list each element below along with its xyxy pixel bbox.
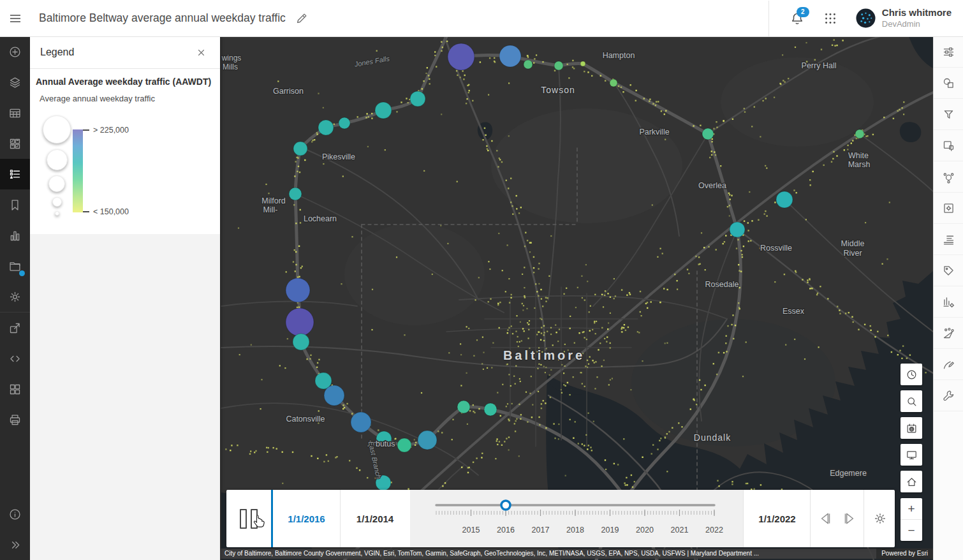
map-label: Lochearn bbox=[304, 214, 337, 223]
zoom-in-button[interactable]: + bbox=[901, 498, 922, 520]
panel-item-effects[interactable] bbox=[934, 130, 963, 161]
year-tick-label: 2020 bbox=[636, 526, 654, 534]
map-tool-home-button[interactable] bbox=[901, 471, 922, 492]
traffic-bubble[interactable] bbox=[484, 403, 497, 416]
sidebar-item-bookmark[interactable] bbox=[0, 189, 30, 220]
close-legend-button[interactable] bbox=[192, 43, 210, 61]
traffic-bubble[interactable] bbox=[524, 60, 533, 69]
traffic-bubble[interactable] bbox=[293, 334, 309, 350]
map-label: Towson bbox=[541, 85, 575, 95]
map-label: Baltimore bbox=[503, 348, 585, 362]
app-launcher-button[interactable] bbox=[818, 6, 843, 31]
map-title: Baltimore Beltway average annual weekday… bbox=[39, 11, 286, 25]
time-slider-settings-button[interactable] bbox=[864, 490, 895, 547]
user-block[interactable]: Chris whitmore DevAdmin bbox=[882, 7, 952, 29]
traffic-bubble[interactable] bbox=[418, 431, 437, 450]
map-label: Perry Hall bbox=[802, 61, 837, 70]
traffic-bubble[interactable] bbox=[580, 61, 585, 66]
sidebar-item-add-circle[interactable] bbox=[0, 36, 30, 67]
legend-layer-title: Annual Average weekday traffic (AAWDT) bbox=[36, 77, 211, 87]
pause-button[interactable] bbox=[226, 490, 271, 547]
sidebar-item-print[interactable] bbox=[0, 404, 30, 435]
time-slider-widget: 1/1/2016 1/1/2014 2015201620172018201920… bbox=[226, 490, 895, 547]
traffic-bubble[interactable] bbox=[457, 401, 470, 413]
notifications-button[interactable]: 2 bbox=[784, 6, 810, 31]
traffic-bubble[interactable] bbox=[410, 91, 425, 107]
current-date[interactable]: 1/1/2016 bbox=[273, 490, 341, 547]
hamburger-menu-button[interactable] bbox=[0, 1, 30, 36]
traffic-bubble[interactable] bbox=[397, 438, 411, 452]
legend-header: Legend bbox=[30, 36, 220, 69]
sidebar-item-share[interactable] bbox=[0, 312, 30, 343]
map-label: Edgemere bbox=[830, 469, 867, 478]
map-tool-time-button[interactable] bbox=[901, 364, 922, 385]
panel-item-edit[interactable] bbox=[934, 349, 963, 380]
panel-item-tools[interactable] bbox=[934, 380, 963, 411]
map-tool-screen-button[interactable] bbox=[901, 444, 922, 466]
year-tick-label: 2017 bbox=[532, 526, 550, 534]
traffic-bubble[interactable] bbox=[610, 79, 617, 87]
map-tool-daylight-button[interactable] bbox=[901, 417, 922, 439]
traffic-bubble[interactable] bbox=[375, 102, 392, 119]
sidebar-item-apps[interactable] bbox=[0, 374, 30, 404]
range-end-date[interactable]: 1/1/2022 bbox=[743, 490, 811, 547]
sidebar-item-save[interactable] bbox=[0, 251, 30, 281]
sidebar-item-layers[interactable] bbox=[0, 67, 30, 98]
legend-title: Legend bbox=[40, 47, 74, 58]
panel-item-aggregation[interactable] bbox=[934, 161, 963, 193]
hamburger-icon bbox=[8, 11, 23, 26]
traffic-bubble[interactable] bbox=[318, 120, 334, 135]
sidebar-item-info[interactable] bbox=[0, 499, 30, 529]
traffic-bubble[interactable] bbox=[702, 128, 714, 140]
map-label: Rossville bbox=[760, 244, 792, 253]
map-label: Pikesville bbox=[322, 152, 355, 161]
legend-size-circle bbox=[43, 115, 71, 144]
sidebar-item-settings[interactable] bbox=[0, 281, 30, 312]
map-label: Overlea bbox=[698, 181, 726, 190]
panel-item-labels[interactable] bbox=[934, 255, 963, 286]
legend-card: Legend Annual Average weekday traffic (A… bbox=[30, 36, 220, 234]
map-tool-search-button[interactable] bbox=[901, 390, 922, 412]
zoom-out-button[interactable]: − bbox=[901, 520, 922, 541]
map-label: Mill- bbox=[263, 205, 278, 214]
traffic-bubble[interactable] bbox=[499, 45, 521, 67]
slider-thumb[interactable] bbox=[501, 501, 510, 510]
sidebar-item-basemap[interactable] bbox=[0, 128, 30, 159]
sidebar-item-legend[interactable] bbox=[0, 159, 30, 189]
traffic-bubble[interactable] bbox=[286, 278, 310, 302]
traffic-bubble[interactable] bbox=[855, 129, 864, 138]
traffic-bubble[interactable] bbox=[324, 385, 344, 406]
panel-item-filter[interactable] bbox=[934, 99, 963, 130]
map-label: Hampton bbox=[603, 51, 635, 60]
range-start-date[interactable]: 1/1/2014 bbox=[340, 490, 410, 547]
powered-by-esri: Powered by Esri bbox=[876, 549, 933, 559]
traffic-bubble[interactable] bbox=[448, 43, 474, 70]
map-label: Mills bbox=[223, 63, 238, 71]
panel-item-properties[interactable] bbox=[934, 36, 963, 68]
traffic-bubble[interactable] bbox=[339, 117, 350, 129]
traffic-bubble[interactable] bbox=[293, 142, 307, 156]
traffic-bubble[interactable] bbox=[289, 188, 302, 200]
sidebar-item-collapse[interactable] bbox=[0, 529, 30, 560]
time-slider-track-zone[interactable]: 20152016201720182019202020212022 bbox=[410, 490, 743, 547]
edit-title-button[interactable] bbox=[295, 11, 309, 26]
legend-sublayer-title: Average annual weekday traffic bbox=[40, 94, 155, 103]
panel-item-configure-charts[interactable] bbox=[934, 286, 963, 318]
avatar-globe-icon bbox=[856, 8, 876, 28]
sidebar-item-charts[interactable] bbox=[0, 220, 30, 251]
sidebar-item-code[interactable] bbox=[0, 343, 30, 374]
panel-item-sketch[interactable] bbox=[934, 318, 963, 349]
traffic-bubble[interactable] bbox=[286, 308, 314, 336]
slider-track-svg: 20152016201720182019202020212022 bbox=[410, 490, 743, 547]
panel-item-styles[interactable] bbox=[934, 68, 963, 99]
traffic-bubble[interactable] bbox=[554, 61, 563, 70]
traffic-bubble[interactable] bbox=[351, 412, 371, 432]
previous-step-button[interactable] bbox=[813, 501, 837, 536]
sidebar-item-table[interactable] bbox=[0, 98, 30, 128]
avatar[interactable] bbox=[856, 8, 876, 28]
panel-item-fields[interactable] bbox=[934, 224, 963, 255]
panel-item-popups[interactable] bbox=[934, 193, 963, 224]
traffic-bubble[interactable] bbox=[730, 222, 745, 237]
next-step-button[interactable] bbox=[837, 501, 862, 536]
traffic-bubble[interactable] bbox=[776, 191, 793, 208]
